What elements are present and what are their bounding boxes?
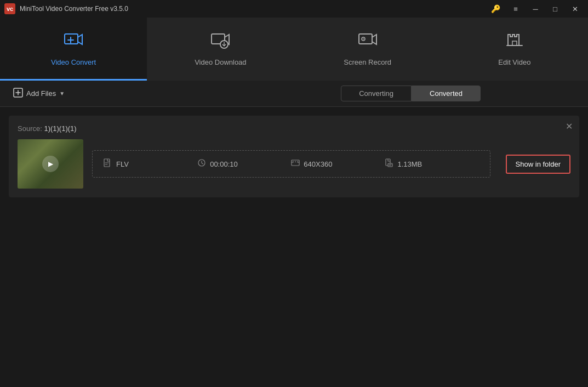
nav-label-video-convert: Video Convert: [51, 58, 96, 66]
duration-icon: [197, 158, 206, 169]
card-body: ▶ FLV: [18, 139, 570, 189]
close-button[interactable]: ✕: [566, 2, 584, 15]
show-in-folder-button[interactable]: Show in folder: [506, 155, 570, 174]
file-size: 1.13MB: [397, 160, 422, 168]
format-icon: [104, 158, 112, 169]
file-resolution: 640X360: [304, 160, 332, 168]
nav-label-edit-video: Edit Video: [498, 58, 530, 66]
file-duration-item: 00:00:10: [197, 158, 291, 169]
converting-tab[interactable]: Converting: [341, 86, 412, 101]
file-resolution-item: 640X360: [291, 158, 385, 169]
file-duration: 00:00:10: [210, 160, 238, 168]
svg-rect-3: [359, 34, 372, 44]
toolbar: Add Files ▼ Converting Converted: [0, 81, 588, 107]
add-files-label: Add Files: [26, 89, 56, 98]
source-value: 1)(1)(1)(1): [44, 124, 76, 133]
logo-text: vc: [7, 5, 13, 12]
nav-tab-screen-record[interactable]: Screen Record: [294, 18, 441, 81]
nav-tab-video-download[interactable]: Video Download: [147, 18, 294, 81]
key-icon: 🔑: [491, 4, 500, 13]
resolution-icon: [291, 158, 300, 169]
file-size-item: 1.13MB: [385, 158, 478, 169]
screen-record-icon: [358, 30, 378, 54]
filesize-icon: [385, 158, 393, 169]
nav-tab-video-convert[interactable]: Video Convert: [0, 18, 147, 81]
card-close-button[interactable]: ✕: [566, 121, 573, 132]
nav-label-screen-record: Screen Record: [344, 58, 391, 66]
svg-point-5: [363, 38, 364, 39]
app-title: MiniTool Video Converter Free v3.5.0: [20, 5, 128, 13]
dropdown-arrow-icon: ▼: [59, 90, 65, 96]
file-format-item: FLV: [104, 158, 197, 169]
titlebar-left: vc MiniTool Video Converter Free v3.5.0: [4, 3, 128, 14]
video-convert-icon: [64, 30, 83, 54]
navbar: Video Convert Video Download Screen Reco…: [0, 18, 588, 81]
source-label: Source:: [18, 124, 44, 133]
tab-switcher: Converting Converted: [341, 86, 481, 101]
play-button[interactable]: ▶: [42, 156, 59, 172]
add-files-button[interactable]: Add Files ▼: [9, 86, 69, 102]
add-files-icon: [13, 88, 23, 100]
file-format: FLV: [116, 160, 129, 168]
card-source: Source: 1)(1)(1)(1): [18, 124, 570, 133]
converted-tab[interactable]: Converted: [412, 86, 481, 101]
minimize-button[interactable]: ─: [527, 2, 544, 15]
edit-video-icon: [505, 30, 524, 54]
titlebar: vc MiniTool Video Converter Free v3.5.0 …: [0, 0, 588, 18]
menu-button[interactable]: ≡: [507, 2, 524, 15]
titlebar-controls: 🔑 ≡ ─ □ ✕: [491, 2, 584, 15]
maximize-button[interactable]: □: [546, 2, 564, 15]
video-download-icon: [210, 30, 230, 54]
app-logo: vc: [4, 3, 15, 14]
video-thumbnail[interactable]: ▶: [18, 139, 83, 189]
nav-tab-edit-video[interactable]: Edit Video: [441, 18, 588, 81]
file-info-box: FLV 00:00:10: [92, 150, 490, 178]
content-area: ✕ Source: 1)(1)(1)(1) ▶: [0, 107, 588, 206]
video-card: ✕ Source: 1)(1)(1)(1) ▶: [9, 116, 579, 197]
nav-label-video-download: Video Download: [195, 58, 246, 66]
svg-rect-11: [388, 163, 392, 167]
